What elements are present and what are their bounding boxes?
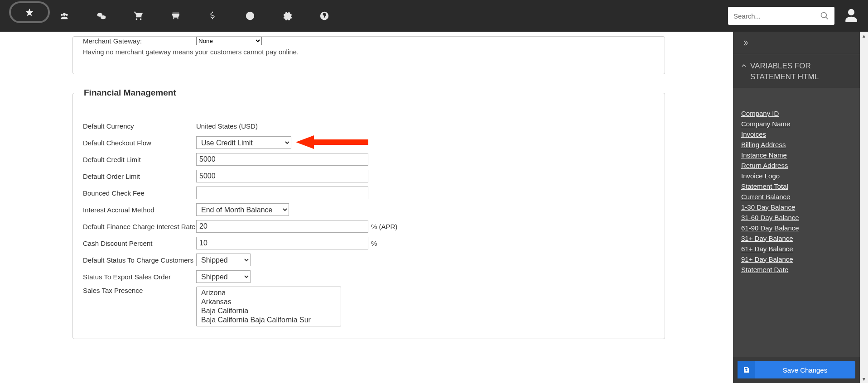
- variable-link[interactable]: 31+ Day Balance: [741, 234, 852, 243]
- variable-link[interactable]: 61-90 Day Balance: [741, 223, 852, 233]
- scroll-up-icon[interactable]: ▲: [860, 32, 868, 40]
- coins-icon[interactable]: [96, 10, 107, 21]
- svg-marker-4: [296, 135, 368, 149]
- sales-tax-select[interactable]: ArizonaArkansasBaja CaliforniaBaja Calif…: [196, 287, 341, 326]
- sales-tax-option[interactable]: Baja California Baja California Sur: [199, 316, 338, 325]
- finance-rate-input[interactable]: [196, 220, 368, 233]
- status-charge-label: Default Status To Charge Customers: [83, 256, 196, 264]
- side-panel-header[interactable]: VARIABLES FOR STATEMENT HTML: [733, 54, 860, 88]
- cash-discount-suffix: %: [371, 239, 377, 247]
- status-export-select[interactable]: Shipped: [196, 270, 251, 283]
- variable-link[interactable]: 61+ Day Balance: [741, 244, 852, 254]
- sales-tax-option[interactable]: Baja California: [199, 306, 338, 316]
- interest-method-select[interactable]: End of Month Balance: [196, 203, 289, 216]
- chart-icon[interactable]: [245, 10, 256, 21]
- search-input[interactable]: [733, 12, 820, 20]
- merchant-section: Merchant Gateway: None Having no merchan…: [72, 36, 665, 74]
- status-export-label: Status To Export Sales Order: [83, 273, 196, 281]
- order-limit-label: Default Order Limit: [83, 172, 196, 180]
- cart-icon[interactable]: [133, 10, 144, 21]
- variable-link[interactable]: Statement Total: [741, 182, 852, 191]
- cash-discount-label: Cash Discount Percent: [83, 239, 196, 247]
- sales-tax-option[interactable]: Arizona: [199, 288, 338, 297]
- side-panel-body: Company IDCompany NameInvoicesBilling Ad…: [733, 88, 860, 357]
- search-icon: [820, 11, 829, 20]
- variable-link[interactable]: 1-30 Day Balance: [741, 202, 852, 212]
- order-limit-input[interactable]: [196, 170, 368, 182]
- chevron-right-double-icon: [742, 39, 749, 47]
- content-area: Merchant Gateway: None Having no merchan…: [0, 32, 733, 383]
- svg-text:?: ?: [323, 13, 326, 19]
- sales-tax-option[interactable]: Arkansas: [199, 297, 338, 306]
- merchant-gateway-label: Merchant Gateway:: [83, 37, 196, 45]
- merchant-gateway-select[interactable]: None: [196, 37, 262, 45]
- variable-link[interactable]: 31-60 Day Balance: [741, 213, 852, 222]
- star-badge[interactable]: [9, 1, 50, 23]
- variable-link[interactable]: Company Name: [741, 119, 852, 129]
- dollar-icon[interactable]: [207, 10, 218, 21]
- financial-section: Financial Management Default Currency Un…: [72, 88, 665, 339]
- topbar: ?: [0, 0, 868, 32]
- variable-link[interactable]: Instance Name: [741, 150, 852, 160]
- variable-link[interactable]: Statement Date: [741, 265, 852, 274]
- gear-icon[interactable]: [282, 10, 293, 21]
- users-icon[interactable]: [59, 10, 70, 21]
- bounced-fee-label: Bounced Check Fee: [83, 189, 196, 197]
- checkout-flow-label: Default Checkout Flow: [83, 139, 196, 147]
- page-scrollbar[interactable]: ▲ ▼: [860, 32, 868, 383]
- interest-method-label: Interest Accrual Method: [83, 206, 196, 214]
- save-button[interactable]: Save Changes: [738, 361, 855, 378]
- finance-rate-suffix: % (APR): [371, 223, 397, 230]
- side-panel-collapse[interactable]: [733, 32, 860, 54]
- scroll-down-icon[interactable]: ▼: [860, 375, 868, 383]
- checkout-flow-select[interactable]: Use Credit Limit: [196, 136, 291, 149]
- credit-limit-input[interactable]: [196, 153, 368, 166]
- help-icon[interactable]: ?: [319, 10, 330, 21]
- default-currency-label: Default Currency: [83, 122, 196, 130]
- merchant-note: Having no merchant gateway means your cu…: [83, 48, 655, 56]
- save-button-label: Save Changes: [755, 366, 855, 374]
- credit-limit-label: Default Credit Limit: [83, 156, 196, 163]
- variable-link[interactable]: Company ID: [741, 109, 852, 118]
- default-currency-value: United States (USD): [196, 122, 258, 130]
- variable-link[interactable]: 91+ Day Balance: [741, 254, 852, 264]
- finance-rate-label: Default Finance Charge Interest Rate: [83, 223, 196, 230]
- variable-link[interactable]: Invoices: [741, 129, 852, 139]
- store-icon[interactable]: [170, 10, 181, 21]
- cash-discount-input[interactable]: [196, 237, 368, 249]
- search-box[interactable]: [728, 7, 834, 25]
- save-icon: [738, 361, 755, 378]
- annotation-arrow: [296, 133, 368, 151]
- variable-link[interactable]: Invoice Logo: [741, 171, 852, 181]
- financial-legend: Financial Management: [81, 88, 179, 98]
- variable-link[interactable]: Billing Address: [741, 140, 852, 149]
- chevron-up-icon: [741, 63, 747, 68]
- topbar-nav: ?: [59, 10, 330, 21]
- variable-link[interactable]: Current Balance: [741, 192, 852, 201]
- side-panel-header-text: VARIABLES FOR STATEMENT HTML: [750, 61, 852, 82]
- side-panel: VARIABLES FOR STATEMENT HTML Company IDC…: [733, 32, 860, 383]
- sales-tax-label: Sales Tax Presence: [83, 287, 196, 294]
- variable-link[interactable]: Return Address: [741, 161, 852, 170]
- status-charge-select[interactable]: Shipped: [196, 254, 251, 266]
- user-avatar[interactable]: [844, 8, 859, 24]
- bounced-fee-input[interactable]: [196, 187, 368, 199]
